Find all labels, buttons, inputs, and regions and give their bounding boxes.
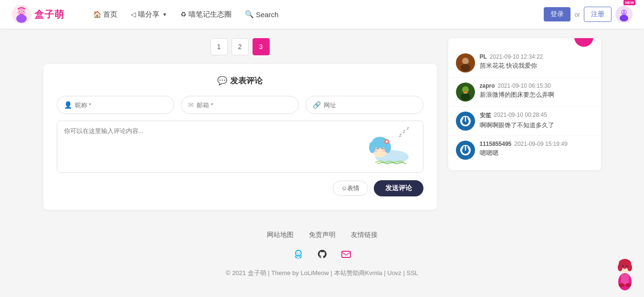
comment-time: 2021-09-10 12:34:22 (490, 53, 543, 60)
nav-search[interactable]: 🔍 Search (245, 10, 279, 19)
comment-body: 安笙 2021-09-10 00:28:45 啊啊啊眼馋了不知道多久了 (480, 112, 593, 130)
login-button[interactable]: 登录 (544, 7, 570, 21)
github-social-icon[interactable] (315, 247, 329, 261)
comment-time: 2021-09-09 15:19:49 (514, 141, 567, 147)
comment-meta: 安笙 2021-09-10 00:28:45 (480, 112, 593, 120)
comment-form: 💬 发表评论 👤 ✉ 🔗 (43, 64, 437, 210)
comment-meta: 1115855495 2021-09-09 15:19:49 (480, 141, 593, 147)
footer: 网站地图 免责声明 友情链接 © 20 (0, 219, 644, 285)
nav-item-eco[interactable]: ♻ 喵笔记生态圈 (180, 10, 232, 19)
navbar: 盒子萌 🏠 首页 ◁ 喵分享 ▼ ♻ 喵笔记生态圈 🔍 Search 登录 or… (0, 0, 644, 29)
svg-point-10 (622, 11, 623, 13)
comment-meta: zapro 2021-09-10 06:15:30 (480, 82, 593, 89)
comment-body: zapro 2021-09-10 06:15:30 新浪微博的图床要怎么弄啊 (480, 82, 593, 99)
svg-point-25 (462, 58, 469, 64)
svg-point-18 (385, 141, 388, 143)
submit-button[interactable]: 发送评论 (374, 180, 423, 196)
sticker-image: z z z (356, 123, 418, 170)
comment-item: zapro 2021-09-10 06:15:30 新浪微博的图床要怎么弄啊 (448, 78, 601, 107)
url-wrap: 🔗 (306, 96, 423, 114)
nav-item-share[interactable]: ◁ 喵分享 ▼ (131, 10, 167, 19)
email-wrap: ✉ (181, 96, 299, 114)
comment-text: 茴米花花 快说我爱你 (480, 61, 593, 70)
page-button-1[interactable]: 1 (211, 38, 228, 55)
svg-point-20 (382, 150, 386, 152)
svg-point-34 (297, 258, 300, 259)
form-actions: ☺表情 发送评论 (57, 180, 423, 196)
user-icon: 👤 (64, 101, 72, 109)
svg-point-5 (19, 11, 20, 12)
right-sidebar: PL 2021-09-10 12:34:22 茴米花花 快说我爱你 (448, 38, 601, 210)
svg-point-36 (299, 253, 300, 254)
comment-textarea-wrap: z z z (57, 121, 423, 173)
logo-text: 盒子萌 (34, 8, 64, 21)
svg-point-2 (16, 14, 27, 23)
nav-avatar[interactable] (615, 6, 633, 23)
emoji-button[interactable]: ☺表情 (333, 181, 368, 196)
footer-copyright: © 2021 盒子萌 | Theme by LoLiMeow | 本站赞助商Kv… (0, 269, 644, 277)
home-icon: 🏠 (93, 10, 101, 18)
new-badge: NEW (623, 0, 635, 5)
comment-text: 嗯嗯嗯 (480, 149, 593, 157)
nav-right: 登录 or 注册 NEW (544, 6, 633, 23)
avatar (456, 112, 475, 131)
logo[interactable]: 盒子萌 (11, 4, 64, 24)
url-input[interactable] (324, 102, 416, 109)
logo-icon (11, 4, 32, 24)
email-icon: ✉ (188, 101, 194, 109)
comment-item: PL 2021-09-10 12:34:22 茴米花花 快说我爱你 (448, 49, 601, 78)
register-button[interactable]: 注册 (584, 7, 612, 22)
commenter-name: 1115855495 (480, 141, 512, 147)
comment-body: PL 2021-09-10 12:34:22 茴米花花 快说我爱你 (480, 53, 593, 70)
commenter-name: PL (480, 53, 487, 60)
svg-point-8 (621, 10, 627, 15)
nickname-wrap: 👤 (57, 96, 175, 114)
form-row-top: 👤 ✉ 🔗 (57, 96, 423, 114)
footer-link-disclaimer[interactable]: 免责声明 (309, 231, 336, 239)
footer-link-sitemap[interactable]: 网站地图 (267, 231, 294, 239)
footer-links: 网站地图 免责声明 友情链接 (0, 231, 644, 239)
share-icon: ◁ (131, 10, 136, 18)
nav-item-home[interactable]: 🏠 首页 (93, 10, 117, 19)
svg-point-19 (374, 150, 378, 152)
svg-text:z: z (406, 126, 409, 131)
or-label: or (574, 11, 580, 18)
page-button-3[interactable]: 3 (253, 38, 270, 55)
chevron-down-icon: ▼ (162, 12, 167, 17)
comment-time: 2021-09-10 06:15:30 (498, 82, 551, 89)
page-button-2[interactable]: 2 (232, 38, 249, 55)
comment-text: 新浪微博的图床要怎么弄啊 (480, 91, 593, 99)
eco-icon: ♻ (180, 10, 187, 18)
svg-point-6 (23, 11, 24, 12)
email-input[interactable] (197, 102, 292, 109)
svg-point-26 (461, 64, 470, 72)
comment-form-title: 💬 发表评论 (57, 75, 423, 86)
comment-text: 啊啊啊眼馋了不知道多久了 (480, 121, 593, 130)
search-icon: 🔍 (245, 10, 254, 19)
qq-social-icon[interactable] (291, 247, 306, 261)
comment-meta: PL 2021-09-10 12:34:22 (480, 53, 593, 60)
avatar (456, 141, 475, 160)
commenter-name: 安笙 (480, 112, 491, 120)
email-social-icon[interactable] (339, 247, 353, 261)
nickname-input[interactable] (75, 102, 168, 109)
power-icon (460, 115, 471, 127)
avatar-pl-icon (456, 53, 475, 72)
svg-point-9 (620, 15, 628, 21)
comment-body: 1115855495 2021-09-09 15:19:49 嗯嗯嗯 (480, 141, 593, 157)
svg-point-35 (296, 253, 297, 254)
svg-point-29 (461, 93, 470, 101)
comment-item: 安笙 2021-09-10 00:28:45 啊啊啊眼馋了不知道多久了 (448, 107, 601, 136)
footer-link-friends[interactable]: 友情链接 (351, 231, 378, 239)
footer-social (0, 247, 644, 261)
recent-comments-box: PL 2021-09-10 12:34:22 茴米花花 快说我爱你 (448, 38, 601, 170)
pagination: 1 2 3 (43, 38, 437, 55)
power-icon-2 (460, 144, 471, 156)
avatar (456, 82, 475, 102)
nav-links: 🏠 首页 ◁ 喵分享 ▼ ♻ 喵笔记生态圈 🔍 Search (93, 10, 278, 19)
svg-rect-37 (342, 251, 350, 257)
main-content: 1 2 3 💬 发表评论 👤 ✉ 🔗 (36, 29, 609, 219)
left-column: 1 2 3 💬 发表评论 👤 ✉ 🔗 (43, 38, 437, 210)
link-icon: 🔗 (313, 101, 321, 109)
svg-text:z: z (399, 132, 402, 138)
